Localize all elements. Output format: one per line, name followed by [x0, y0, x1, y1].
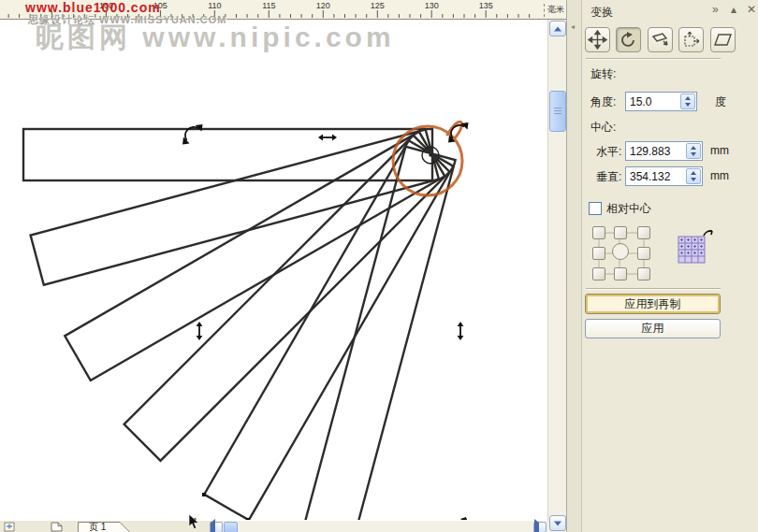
arrow-up-icon	[554, 26, 561, 31]
anchor-bottom-left[interactable]	[592, 267, 605, 280]
rotate-handle[interactable]	[182, 124, 203, 145]
arrow-right-icon	[534, 519, 539, 532]
page-tab-label: 页 1	[89, 521, 106, 532]
vertical-scrollbar[interactable]	[547, 20, 567, 532]
anchor-bottom-center[interactable]	[614, 267, 627, 280]
corner-node[interactable]	[202, 493, 206, 496]
svg-text:130: 130	[425, 1, 439, 10]
vertical-scroll-thumb[interactable]	[549, 91, 566, 132]
vertical-value[interactable]: 354.132	[630, 170, 670, 183]
spinner-down-icon[interactable]	[691, 178, 696, 181]
fan-drawing[interactable]	[0, 20, 547, 520]
docker-close-icon[interactable]: ✕	[747, 3, 756, 16]
separator	[586, 58, 721, 59]
varrow-handle[interactable]	[197, 322, 203, 340]
anchor-middle-left[interactable]	[592, 247, 605, 260]
center-section-label: 中心:	[590, 120, 616, 136]
angle-label: 角度:	[590, 94, 616, 110]
fan-blade[interactable]	[31, 129, 439, 284]
svg-text:120: 120	[316, 1, 330, 10]
anchor-center-radio[interactable]	[612, 243, 629, 260]
anchor-top-right[interactable]	[637, 226, 650, 239]
scroll-left-button[interactable]	[210, 522, 223, 532]
size-icon	[681, 30, 701, 50]
angle-value[interactable]: 15.0	[630, 95, 651, 108]
svg-text:135: 135	[479, 1, 493, 10]
spinner-down-icon[interactable]	[685, 103, 691, 107]
anchor-top-left[interactable]	[592, 226, 605, 239]
scale-mirror-icon	[650, 30, 670, 50]
scroll-down-button[interactable]	[549, 515, 566, 531]
harrow-handle[interactable]	[318, 135, 337, 141]
ruler-unit-label: 毫米	[544, 4, 564, 17]
anchor-top-center[interactable]	[614, 226, 627, 239]
scale-mirror-tool-button[interactable]	[648, 27, 673, 52]
apply-duplicate-grid-icon	[675, 227, 718, 266]
watermark-nipic: 昵图网 www.nipic.com	[36, 19, 395, 57]
fan-blade[interactable]	[65, 132, 445, 381]
add-page-icon[interactable]	[4, 522, 17, 532]
angle-spinner[interactable]	[680, 93, 695, 109]
rotate-cursor-icon	[704, 231, 712, 236]
fan-blade[interactable]	[204, 140, 453, 520]
horizontal-spinner[interactable]	[686, 143, 701, 159]
transform-tools	[585, 27, 737, 52]
docker-gutter[interactable]: ◂	[567, 0, 582, 532]
spinner-up-icon[interactable]	[685, 96, 691, 100]
svg-text:125: 125	[371, 1, 385, 10]
spinner-up-icon[interactable]	[691, 171, 696, 175]
move-icon	[588, 30, 607, 50]
vertical-unit: mm	[710, 169, 729, 182]
move-tool-button[interactable]	[585, 27, 610, 52]
spinner-up-icon[interactable]	[691, 146, 696, 150]
coreldraw-workspace: 100105110115120125130135 毫米 www.blue1000…	[0, 0, 758, 532]
horizontal-scroll-thumb[interactable]	[224, 522, 238, 532]
varrow-handle[interactable]	[458, 322, 464, 340]
docker-collapse-arrow-icon: ◂	[571, 22, 575, 31]
arrow-down-icon	[554, 521, 561, 525]
angle-unit: 度	[715, 94, 726, 110]
svg-text:110: 110	[208, 1, 221, 10]
rotate-icon	[619, 30, 638, 50]
docker-chevrons-icon[interactable]: »	[712, 3, 719, 16]
docker-title: 变换	[590, 5, 613, 21]
horizontal-unit: mm	[710, 144, 729, 157]
horizontal-scroll-track[interactable]	[210, 521, 548, 532]
size-tool-button[interactable]	[678, 27, 704, 52]
drawing-canvas[interactable]	[0, 20, 547, 520]
page-tab[interactable]: 页 1	[78, 521, 134, 532]
vertical-spinner[interactable]	[686, 168, 701, 184]
arrow-left-icon	[211, 519, 215, 532]
page-bar: 页 1	[0, 520, 547, 532]
docker-rollup-icon[interactable]: ▴	[731, 3, 736, 16]
relative-center-checkbox[interactable]	[589, 202, 602, 215]
page-icon[interactable]	[51, 522, 64, 532]
skew-tool-button[interactable]	[710, 27, 736, 52]
horizontal-value[interactable]: 129.883	[630, 145, 670, 158]
vertical-field[interactable]: 354.132	[625, 166, 703, 186]
transform-docker: ◂ 变换 » ▴ ✕	[566, 0, 758, 532]
spinner-down-icon[interactable]	[691, 152, 696, 156]
horizontal-label: 水平:	[596, 144, 621, 160]
horizontal-field[interactable]: 129.883	[625, 141, 703, 161]
relative-center-label: 相对中心	[606, 201, 651, 217]
anchor-bottom-right[interactable]	[637, 267, 650, 280]
vertical-label: 垂直:	[596, 169, 621, 185]
skew-icon	[713, 30, 733, 50]
anchor-middle-right[interactable]	[637, 247, 650, 260]
scroll-right-button[interactable]	[533, 522, 547, 532]
svg-text:115: 115	[262, 1, 275, 10]
rotate-tool-button[interactable]	[616, 27, 641, 52]
angle-field[interactable]: 15.0	[625, 92, 697, 111]
anchor-point-grid	[589, 223, 660, 284]
fan-blade[interactable]	[23, 129, 432, 180]
apply-to-duplicate-button[interactable]: 应用到再制	[585, 294, 721, 314]
apply-button[interactable]: 应用	[585, 319, 721, 338]
scroll-up-button[interactable]	[549, 21, 566, 36]
mouse-cursor-icon	[188, 514, 199, 532]
separator	[586, 288, 721, 289]
rotation-section-label: 旋转:	[590, 66, 616, 82]
